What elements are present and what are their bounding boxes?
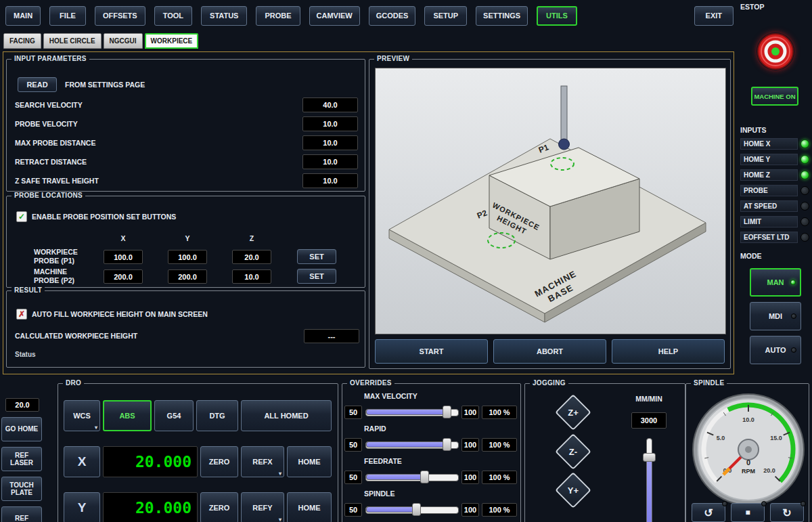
exit-button[interactable]: EXIT bbox=[694, 6, 734, 26]
menu-settings[interactable]: SETTINGS bbox=[476, 6, 528, 26]
x-ref-button[interactable]: REFX ▾ bbox=[241, 446, 284, 477]
menu-offsets[interactable]: OFFSETS bbox=[95, 6, 145, 26]
spindle-stop-button[interactable]: ■ bbox=[731, 503, 765, 522]
probe-velocity-input[interactable]: 10.0 bbox=[302, 116, 358, 131]
jog-y-plus-button[interactable]: Y+ bbox=[554, 471, 592, 509]
max-velocity-slider[interactable] bbox=[365, 405, 459, 419]
x-zero-button[interactable]: ZERO bbox=[200, 446, 238, 477]
tab-workpiece[interactable]: WORKPIECE bbox=[145, 33, 199, 49]
jog-rate-value[interactable]: 3000 bbox=[631, 412, 667, 429]
spindle-reverse-led bbox=[722, 501, 727, 506]
p1-y-input[interactable]: 100.0 bbox=[168, 250, 207, 264]
jog-y-plus-label: Y+ bbox=[554, 471, 592, 509]
mode-man-button[interactable]: MAN bbox=[750, 268, 801, 297]
touch-plate-button[interactable]: TOUCH PLATE bbox=[1, 477, 42, 501]
spindle-reverse-button[interactable]: ↺ bbox=[692, 503, 725, 522]
start-button[interactable]: START bbox=[375, 339, 488, 364]
menu-camview[interactable]: CAMVIEW bbox=[309, 6, 360, 26]
axis-x-button[interactable]: X bbox=[64, 446, 100, 477]
machine-on-button[interactable]: MACHINE ON bbox=[751, 87, 798, 106]
menu-setup[interactable]: SETUP bbox=[424, 6, 467, 26]
slider-handle[interactable] bbox=[412, 503, 421, 516]
spindle-forward-button[interactable]: ↻ bbox=[770, 503, 804, 522]
slider-handle[interactable] bbox=[443, 438, 451, 451]
enable-probe-set-checkbox[interactable]: ✓ bbox=[16, 211, 27, 222]
p1-z-input[interactable]: 20.0 bbox=[232, 250, 271, 264]
menu-tool[interactable]: TOOL bbox=[154, 6, 192, 26]
home-x-led bbox=[800, 139, 809, 148]
spindle-ovr-slider[interactable] bbox=[365, 502, 459, 517]
z-safe-travel-input[interactable]: 10.0 bbox=[302, 173, 358, 188]
touch-plate-height-value[interactable]: 20.0 bbox=[5, 398, 39, 412]
max-velocity-label: MAX VELOCITY bbox=[364, 392, 418, 400]
spindle-ovr-max: 100 bbox=[461, 503, 479, 517]
jogging-title: JOGGING bbox=[530, 379, 568, 387]
search-velocity-input[interactable]: 40.0 bbox=[302, 97, 358, 112]
menu-utils[interactable]: UTILS bbox=[537, 6, 577, 26]
home-x-label: HOME X bbox=[740, 138, 798, 150]
p1-x-input[interactable]: 100.0 bbox=[104, 250, 143, 264]
menu-probe[interactable]: PROBE bbox=[256, 6, 300, 26]
result-title: RESULT bbox=[12, 286, 45, 294]
p2-z-input[interactable]: 10.0 bbox=[232, 269, 271, 284]
all-homed-button[interactable]: ALL HOMED bbox=[241, 400, 332, 431]
rapid-slider[interactable] bbox=[365, 437, 459, 452]
help-button[interactable]: HELP bbox=[612, 339, 725, 364]
max-probe-distance-input[interactable]: 10.0 bbox=[302, 135, 358, 150]
field-row: MAX PROBE DISTANCE 10.0 bbox=[15, 135, 358, 150]
feedrate-slider[interactable] bbox=[365, 470, 459, 484]
go-home-button[interactable]: GO HOME bbox=[1, 417, 42, 441]
slider-handle[interactable] bbox=[420, 471, 429, 483]
input-row-probe: PROBE bbox=[740, 183, 809, 197]
menu-file[interactable]: FILE bbox=[49, 6, 86, 26]
tab-facing[interactable]: FACING bbox=[3, 33, 41, 49]
menu-status[interactable]: STATUS bbox=[201, 6, 247, 26]
menu-main[interactable]: MAIN bbox=[5, 6, 41, 26]
menu-gcodes[interactable]: GCODES bbox=[369, 6, 416, 26]
estop-icon bbox=[757, 32, 794, 70]
g54-button[interactable]: G54 bbox=[154, 400, 194, 431]
jog-z-minus-button[interactable]: Z- bbox=[554, 433, 592, 471]
overrides-group: OVERRIDES MAX VELOCITY 50 100 100 % RAPI… bbox=[342, 383, 521, 522]
chevron-down-icon: ▾ bbox=[279, 517, 281, 522]
probe-velocity-label: PROBE VELOCITY bbox=[15, 120, 78, 128]
abort-button[interactable]: ABORT bbox=[493, 339, 606, 364]
x-home-button[interactable]: HOME bbox=[287, 446, 332, 477]
jog-z-plus-button[interactable]: Z+ bbox=[554, 393, 592, 431]
gauge-tick-5: 5.0 bbox=[717, 435, 725, 441]
slider-handle[interactable] bbox=[443, 406, 451, 418]
tab-ngcgui[interactable]: NGCGUI bbox=[104, 33, 143, 49]
jog-z-minus-label: Z- bbox=[554, 433, 592, 471]
mode-man-label: MAN bbox=[767, 278, 784, 286]
mode-auto-button[interactable]: AUTO bbox=[750, 336, 801, 364]
ref-laser-button[interactable]: REF LASER bbox=[1, 447, 42, 471]
y-home-button[interactable]: HOME bbox=[287, 492, 332, 522]
tab-hole-circle[interactable]: HOLE CIRCLE bbox=[43, 33, 102, 49]
probe-locations-title: PROBE LOCATIONS bbox=[12, 192, 85, 199]
ref-button[interactable]: REF bbox=[1, 506, 42, 522]
p2-set-button[interactable]: SET bbox=[297, 269, 336, 284]
y-zero-button[interactable]: ZERO bbox=[200, 492, 238, 522]
application-window: MAIN FILE OFFSETS TOOL STATUS PROBE CAMV… bbox=[0, 0, 812, 522]
axis-y-button[interactable]: Y bbox=[64, 492, 100, 522]
slider-handle[interactable] bbox=[643, 453, 656, 462]
wcs-button[interactable]: WCS ▾ bbox=[64, 400, 100, 431]
mode-mdi-button[interactable]: MDI bbox=[750, 302, 801, 330]
p1-set-button[interactable]: SET bbox=[297, 249, 336, 264]
read-button[interactable]: READ bbox=[18, 77, 57, 92]
jog-rate-slider[interactable] bbox=[646, 438, 652, 522]
estop-button[interactable] bbox=[757, 32, 794, 70]
input-row-at-speed: AT SPEED bbox=[740, 199, 809, 213]
rapid-max: 100 bbox=[461, 438, 479, 452]
autofill-checkbox[interactable]: ✗ bbox=[16, 309, 27, 320]
abs-button[interactable]: ABS bbox=[103, 400, 152, 431]
preview-title: PREVIEW bbox=[374, 55, 412, 62]
p2-y-input[interactable]: 200.0 bbox=[168, 269, 207, 284]
input-parameters-group: INPUT PARAMETERS READ FROM SETTINGS PAGE… bbox=[6, 59, 365, 192]
retract-distance-input[interactable]: 10.0 bbox=[302, 154, 358, 169]
p2-x-input[interactable]: 200.0 bbox=[104, 269, 143, 284]
dro-group: DRO WCS ▾ ABS G54 DTG ALL HOMED X 20.000… bbox=[58, 383, 338, 522]
y-ref-button[interactable]: REFY ▾ bbox=[241, 492, 284, 522]
dtg-button[interactable]: DTG bbox=[196, 400, 238, 431]
x-position-display: 20.000 bbox=[103, 446, 198, 477]
